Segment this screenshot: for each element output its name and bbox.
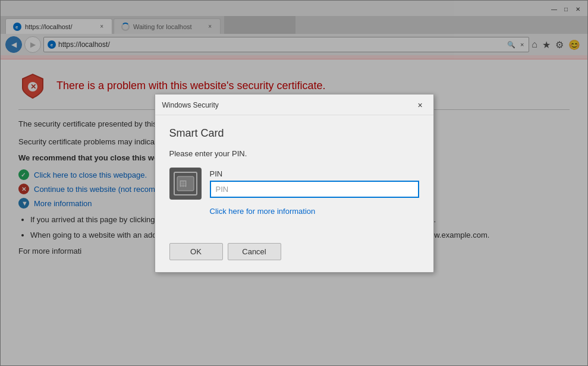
svg-rect-11	[180, 180, 187, 187]
dialog-buttons: OK Cancel	[155, 237, 433, 272]
pin-label: PIN	[210, 169, 419, 178]
dialog-heading: Smart Card	[169, 127, 419, 140]
dialog-overlay: Windows Security × Smart Card Please ent…	[0, 0, 588, 366]
smart-card-inner	[174, 172, 197, 195]
windows-security-dialog: Windows Security × Smart Card Please ent…	[155, 94, 434, 273]
dialog-subtitle: Please enter your PIN.	[169, 149, 419, 158]
click-more-info-link[interactable]: Click here for more information	[210, 207, 419, 216]
pin-input[interactable]	[210, 181, 419, 198]
dialog-body: Smart Card Please enter your PIN.	[155, 115, 433, 237]
cancel-button[interactable]: Cancel	[228, 243, 281, 260]
smart-card-icon	[169, 168, 202, 200]
dialog-titlebar: Windows Security ×	[155, 94, 433, 115]
pin-input-area: PIN	[210, 169, 419, 198]
dialog-title-label: Windows Security	[162, 101, 219, 109]
dialog-close-button[interactable]: ×	[414, 99, 426, 111]
pin-row: PIN	[169, 168, 419, 200]
ok-button[interactable]: OK	[169, 243, 223, 260]
smart-card-svg	[176, 175, 195, 192]
